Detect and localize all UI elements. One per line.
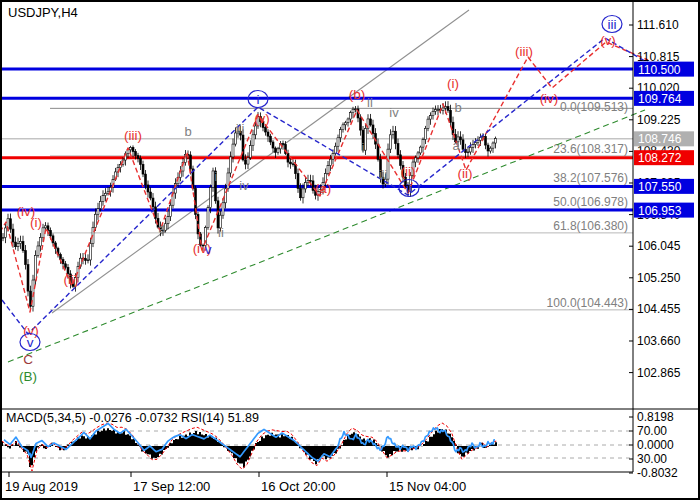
chart-text: b [184, 124, 191, 139]
chart-text: 61.8(106.380) [553, 219, 628, 233]
chart-text: 0.8198 [637, 410, 674, 424]
chart-text: (b) [349, 87, 366, 102]
chart-text: 38.2(107.576) [553, 171, 628, 185]
chart-text: C [23, 352, 33, 367]
chart-text: 0.0(109.513) [560, 100, 628, 114]
chart-text: 50.0(106.978) [553, 195, 628, 209]
chart-text: 104.455 [637, 302, 681, 316]
chart-text: i [215, 169, 218, 184]
chart-text: 100.0(104.443) [547, 296, 628, 310]
chart-text: v [205, 242, 212, 257]
chart-text: iv [389, 105, 399, 120]
chart-text: 70.00 [637, 424, 667, 438]
chart-text: 110.500 [638, 63, 681, 77]
chart-text: -0.8032 [637, 466, 678, 480]
macd-histogram [2, 428, 496, 467]
chart-text: 105.250 [637, 271, 681, 285]
indicator-values-label: MACD(5,34,5) -0.0276 -0.0732 RSI(14) 51.… [6, 411, 259, 425]
chart-text: 106.953 [638, 204, 682, 218]
chart-text: iv [239, 178, 249, 193]
chart-text: 0.0000 [637, 438, 674, 452]
chart-text: 111.610 [637, 18, 679, 32]
chart-text: 107.550 [638, 180, 682, 194]
chart-text: 17 Sep 12:00 [133, 479, 210, 494]
chart-text: iii [379, 167, 388, 182]
chart-text: 108.746 [638, 132, 682, 146]
chart-text: (v) [254, 111, 270, 126]
chart-text: a [452, 138, 460, 153]
chart-text: (iv) [540, 91, 559, 106]
chart-text: (i) [447, 76, 459, 91]
chart-text: 16 Oct 20:00 [261, 479, 335, 494]
chart-text: ii [367, 95, 373, 110]
chart-text: v [27, 335, 34, 350]
price-chart-canvas[interactable]: 0.0(109.513)23.6(108.317)38.2(107.576)50… [0, 0, 700, 500]
chart-text: (iii) [515, 44, 533, 59]
chart-text: ii [218, 225, 224, 240]
chart-text: 109.225 [637, 113, 681, 127]
chart-text: (iii) [124, 128, 142, 143]
chart-text: ii [406, 181, 412, 196]
chart-text: i [362, 140, 365, 155]
chart-text: i [257, 92, 260, 107]
time-axis: 19 Aug 201917 Sep 12:0016 Oct 20:0015 No… [5, 472, 466, 494]
chart-text: (a) [315, 181, 332, 196]
chart-text: 108.272 [638, 151, 682, 165]
chart-text: (B) [19, 369, 37, 384]
symbol-timeframe-label: USDJPY,H4 [8, 5, 78, 20]
chart-text: 19 Aug 2019 [5, 479, 78, 494]
chart-text: 106.045 [637, 239, 681, 253]
chart-window: 0.0(109.513)23.6(108.317)38.2(107.576)50… [0, 0, 700, 500]
chart-text: 103.660 [637, 334, 681, 348]
chart-text: iii [236, 121, 245, 136]
chart-text: (ii) [64, 272, 79, 287]
chart-text: 102.865 [637, 366, 681, 380]
chart-text: iii [608, 17, 617, 32]
chart-text: 15 Nov 04:00 [389, 479, 466, 494]
chart-text: a [158, 221, 166, 236]
chart-text: (ii) [401, 164, 416, 179]
chart-text: 30.00 [637, 452, 667, 466]
chart-text: 23.6(108.317) [553, 142, 628, 156]
indicator-scale: 0.819870.000.000030.00-0.8032 [629, 410, 678, 480]
chart-text: (v) [600, 33, 616, 48]
chart-text: (i) [30, 215, 42, 230]
chart-text: (ii) [458, 166, 473, 181]
chart-text: b [454, 100, 461, 115]
chart-text: 110.815 [637, 50, 680, 64]
chart-text: 109.764 [638, 92, 682, 106]
